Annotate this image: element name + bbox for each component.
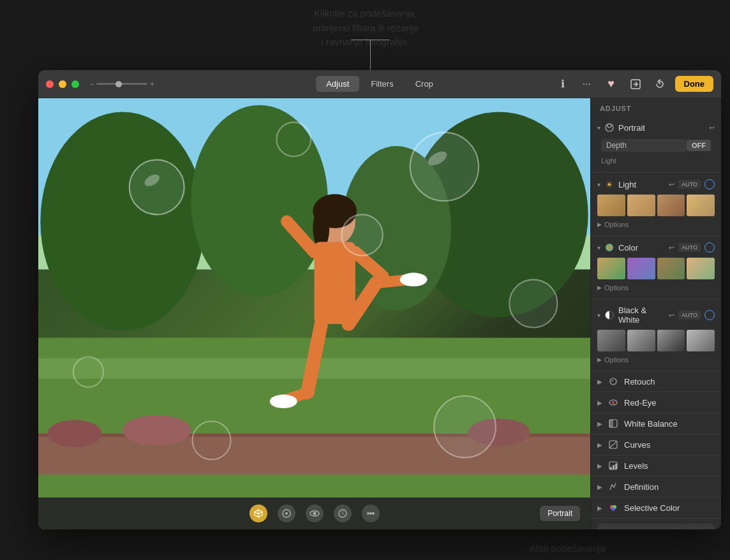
light-options-label: Options xyxy=(604,221,629,228)
color-thumb-4[interactable] xyxy=(687,258,715,279)
bw-auto-button[interactable]: AUTO xyxy=(678,311,701,320)
svg-point-36 xyxy=(435,397,495,457)
color-options-chevron: ▶ xyxy=(597,284,602,291)
reset-adjustments-button[interactable]: Reset Adjustments xyxy=(597,524,715,529)
svg-point-46 xyxy=(367,512,369,515)
bw-options[interactable]: ▶ Options xyxy=(597,354,715,367)
bw-thumb-3[interactable] xyxy=(657,330,685,351)
share-button[interactable] xyxy=(627,75,644,93)
tab-filters[interactable]: Filters xyxy=(361,76,403,92)
close-button[interactable] xyxy=(46,80,54,88)
more-button[interactable]: ··· xyxy=(578,75,596,93)
white-balance-label: White Balance xyxy=(624,419,715,429)
tab-adjust[interactable]: Adjust xyxy=(316,76,359,92)
cube-tool[interactable] xyxy=(250,505,267,522)
definition-item[interactable]: ▶ Definition xyxy=(591,476,721,497)
titlebar-right: ℹ ··· ♥ Done xyxy=(554,75,714,93)
svg-point-27 xyxy=(130,161,184,214)
light-undo[interactable]: ↩ xyxy=(669,181,674,189)
zoom-slider[interactable]: − + xyxy=(89,80,154,89)
color-title: Color xyxy=(618,243,665,253)
color-undo[interactable]: ↩ xyxy=(669,244,674,252)
light-auto-button[interactable]: AUTO xyxy=(678,180,701,189)
svg-point-29 xyxy=(342,215,382,254)
tab-crop[interactable]: Crop xyxy=(405,76,443,92)
selective-color-icon xyxy=(607,502,619,513)
tab-group: Adjust Filters Crop xyxy=(316,76,443,92)
definition-icon xyxy=(607,481,619,492)
photo-area: Portrait xyxy=(38,98,590,529)
portrait-undo[interactable]: ↩ xyxy=(709,124,715,132)
done-button[interactable]: Done xyxy=(675,76,714,92)
white-balance-icon xyxy=(607,418,619,429)
bw-icon xyxy=(604,310,615,320)
svg-point-48 xyxy=(372,512,375,515)
color-thumb-3[interactable] xyxy=(657,258,685,279)
eye-tool[interactable] xyxy=(306,505,324,522)
color-header-row: ▾ Color ↩ AUTO xyxy=(597,240,715,255)
svg-rect-59 xyxy=(613,465,615,469)
curves-item[interactable]: ▶ Curves xyxy=(591,434,721,455)
portrait-chevron[interactable]: ▾ xyxy=(597,124,600,131)
light-options[interactable]: ▶ Options xyxy=(597,219,715,232)
light-thumb-1[interactable] xyxy=(597,195,625,216)
retouch-item[interactable]: ▶ Retouch xyxy=(591,371,721,392)
white-balance-item[interactable]: ▶ White Balance xyxy=(591,413,721,434)
dots-tool[interactable] xyxy=(362,505,380,522)
light-thumb-2[interactable] xyxy=(627,195,655,216)
bw-options-chevron: ▶ xyxy=(597,357,602,363)
curves-chevron: ▶ xyxy=(597,441,602,448)
bw-chevron[interactable]: ▾ xyxy=(597,312,600,319)
panel-header: ADJUST xyxy=(591,98,721,116)
retouch-chevron: ▶ xyxy=(597,378,602,385)
portrait-button[interactable]: Portrait xyxy=(540,506,580,521)
portrait-section: ▾ Portrait ↩ Depth OFF Light xyxy=(591,116,721,173)
circle-tool-1[interactable] xyxy=(278,505,295,522)
selective-color-item[interactable]: ▶ Selective Color xyxy=(591,497,721,519)
definition-chevron: ▶ xyxy=(597,483,602,490)
light-thumb-4[interactable] xyxy=(687,195,715,216)
color-options[interactable]: ▶ Options xyxy=(597,282,715,295)
bw-undo[interactable]: ↩ xyxy=(669,311,674,320)
panel-scroll[interactable]: ▾ Portrait ↩ Depth OFF Light xyxy=(591,116,721,529)
rotate-button[interactable] xyxy=(651,75,669,93)
light-header-row: ▾ ☀ Light ↩ AUTO xyxy=(597,177,715,192)
bw-thumb-1[interactable] xyxy=(597,330,625,351)
definition-label: Definition xyxy=(624,482,715,492)
color-section: ▾ Color ↩ AUTO xyxy=(591,236,721,299)
light-section: ▾ ☀ Light ↩ AUTO xyxy=(591,173,721,236)
color-thumb-1[interactable] xyxy=(597,258,625,279)
portrait-title: Portrait xyxy=(618,123,705,133)
color-auto-button[interactable]: AUTO xyxy=(678,243,701,252)
curves-icon xyxy=(607,439,619,450)
red-eye-item[interactable]: ▶ Red-Eye xyxy=(591,392,721,413)
zoom-minus-icon: − xyxy=(89,80,94,89)
svg-point-44 xyxy=(313,512,316,515)
color-toggle[interactable] xyxy=(704,242,715,253)
photo-image xyxy=(38,98,590,529)
bw-thumb-2[interactable] xyxy=(627,330,655,351)
bottom-toolbar: Portrait xyxy=(38,497,590,529)
light-chevron[interactable]: ▾ xyxy=(597,181,600,188)
maximize-button[interactable] xyxy=(71,80,79,88)
svg-point-11 xyxy=(47,420,102,447)
light-icon: ☀ xyxy=(604,179,615,189)
favorite-button[interactable]: ♥ xyxy=(602,75,620,93)
annotation-text: Kliknite za podešavanja, primjenu filtar… xyxy=(313,6,419,50)
top-annotation: Kliknite za podešavanja, primjenu filtar… xyxy=(0,0,730,77)
light-thumb-3[interactable] xyxy=(657,195,685,216)
selective-color-label: Selective Color xyxy=(624,503,715,513)
color-chevron[interactable]: ▾ xyxy=(597,244,600,251)
bw-thumb-4[interactable] xyxy=(687,330,715,351)
minimize-button[interactable] xyxy=(59,80,66,88)
bw-toggle[interactable] xyxy=(704,310,715,320)
levels-item[interactable]: ▶ Levels xyxy=(591,455,721,476)
right-panel: ADJUST ▾ Portrait ↩ xyxy=(590,98,721,529)
circle-tool-2[interactable] xyxy=(334,505,352,522)
info-button[interactable]: ℹ xyxy=(554,75,572,93)
bw-title: Black & White xyxy=(618,306,665,325)
light-toggle[interactable] xyxy=(704,179,715,189)
depth-value[interactable]: OFF xyxy=(687,140,711,151)
color-thumb-2[interactable] xyxy=(627,258,655,279)
color-icon xyxy=(604,242,615,253)
